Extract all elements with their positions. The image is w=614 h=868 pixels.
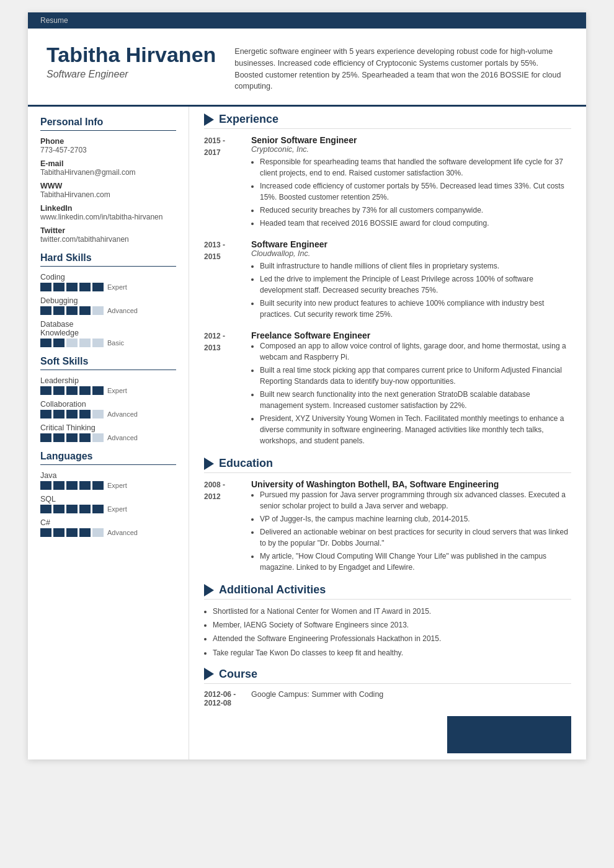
exp-bullets-2: Built infrastructure to handle millions … (251, 260, 571, 320)
bar (53, 528, 65, 537)
bar (40, 505, 51, 513)
bullet: Headed team that received 2016 BOSSIE aw… (260, 218, 571, 229)
exp-bullets-3: Composed an app to allow voice control o… (251, 340, 571, 446)
education-title: Education (219, 457, 273, 470)
activities-arrow-icon (204, 584, 214, 596)
course-date-1: 2012-06 -2012-08 (204, 690, 241, 707)
education-arrow-icon (204, 458, 214, 470)
twitter-label: Twitter (40, 226, 176, 235)
left-column: Personal Info Phone 773-457-2703 E-mail … (28, 107, 189, 760)
bar (53, 339, 65, 347)
skill-collaboration: Collaboration Advanced (40, 400, 176, 418)
edu-date-1: 2008 -2012 (204, 479, 241, 575)
experience-arrow-icon (204, 113, 214, 126)
skill-critical-thinking: Critical Thinking Advanced (40, 423, 176, 442)
candidate-summary: Energetic software engineer with 5 years… (234, 43, 567, 92)
bar (79, 410, 91, 418)
exp-entry-2: 2013 -2015 Software Engineer Cloudwallop… (204, 239, 571, 322)
linkedin-value: www.linkedin.com/in/tabitha-hirvanen (40, 213, 176, 221)
languages-list: Java Expert SQL (40, 471, 176, 537)
hard-skills-list: Coding Expert Debugging (40, 273, 176, 347)
bar (79, 283, 91, 291)
header-left: Tabitha Hirvanen Software Engineer (47, 43, 216, 92)
languages-title: Languages (40, 451, 176, 465)
bar (53, 306, 65, 315)
phone-value: 773-457-2703 (40, 146, 176, 154)
exp-date-3: 2012 -2013 (204, 330, 241, 448)
activities-bullets: Shortlisted for a National Center for Wo… (204, 606, 571, 659)
bar (92, 481, 104, 490)
email-label: E-mail (40, 159, 176, 168)
experience-section: Experience 2015 -2017 Senior Software En… (204, 113, 571, 448)
bar (66, 481, 78, 490)
skill-java: Java Expert (40, 471, 176, 490)
top-bar-label: Resume (40, 16, 68, 25)
candidate-title: Software Engineer (47, 69, 216, 80)
exp-date-2: 2013 -2015 (204, 239, 241, 322)
soft-skills-title: Soft Skills (40, 356, 176, 370)
experience-title: Experience (219, 113, 278, 126)
exp-date-1: 2015 -2017 (204, 135, 241, 231)
bar (53, 481, 65, 490)
skill-database: DatabaseKnowledge Basic (40, 320, 176, 347)
exp-entry-1: 2015 -2017 Senior Software Engineer Cryp… (204, 135, 571, 231)
bar (53, 386, 65, 395)
info-twitter: Twitter twitter.com/tabithahirvanen (40, 226, 176, 244)
exp-title-1: Senior Software Engineer (251, 135, 571, 145)
course-section: Course 2012-06 -2012-08 Google Campus: S… (204, 668, 571, 707)
bullet: Shortlisted for a National Center for Wo… (213, 606, 571, 618)
main-body: Personal Info Phone 773-457-2703 E-mail … (28, 107, 586, 760)
personal-info-title: Personal Info (40, 117, 176, 131)
bar (66, 433, 78, 442)
bar (92, 283, 104, 291)
soft-skills-list: Leadership Expert Collaborat (40, 376, 176, 442)
bar (40, 306, 51, 315)
bullet: Member, IAENG Society of Software Engine… (213, 619, 571, 631)
bar (66, 283, 78, 291)
bar (79, 306, 91, 315)
bar (79, 339, 91, 347)
info-phone: Phone 773-457-2703 (40, 137, 176, 154)
info-email: E-mail TabithaHirvanen@gmail.com (40, 159, 176, 177)
exp-bullets-1: Responsible for spearheading teams that … (251, 156, 571, 229)
activities-title: Additional Activities (219, 583, 326, 596)
exp-entry-3: 2012 -2013 Freelance Software Engineer C… (204, 330, 571, 448)
personal-info-list: Phone 773-457-2703 E-mail TabithaHirvane… (40, 137, 176, 244)
bottom-decoration (447, 716, 571, 753)
bullet: Attended the Software Engineering Profes… (213, 633, 571, 645)
skill-csharp: C# Advanced (40, 518, 176, 537)
bar (40, 283, 51, 291)
info-www: WWW TabithaHirvanen.com (40, 182, 176, 199)
bar (92, 505, 104, 513)
bullet: Built security into new product features… (260, 298, 571, 320)
bullet: President, XYZ University Young Women in… (260, 413, 571, 446)
skill-sql: SQL Expert (40, 495, 176, 513)
exp-content-3: Freelance Software Engineer Composed an … (251, 330, 571, 448)
bar (53, 505, 65, 513)
activities-header: Additional Activities (204, 583, 571, 600)
edu-content-1: University of Washington Bothell, BA, So… (251, 479, 571, 575)
twitter-value: twitter.com/tabithahirvanen (40, 235, 176, 244)
bar (66, 306, 78, 315)
bar (40, 433, 51, 442)
skill-debugging: Debugging Advanced (40, 296, 176, 315)
bar (92, 386, 104, 395)
right-column: Experience 2015 -2017 Senior Software En… (189, 107, 586, 760)
activities-section: Additional Activities Shortlisted for a … (204, 583, 571, 659)
course-arrow-icon (204, 668, 214, 680)
exp-title-2: Software Engineer (251, 239, 571, 249)
bullet: Pursued my passion for Java server progr… (260, 489, 571, 512)
bullet: Increased code efficiency of customer po… (260, 180, 571, 203)
bar (66, 386, 78, 395)
bar (92, 410, 104, 418)
bar (53, 433, 65, 442)
edu-bullets-1: Pursued my passion for Java server progr… (251, 489, 571, 573)
bar (79, 386, 91, 395)
bar (66, 410, 78, 418)
bar (79, 433, 91, 442)
bar (66, 505, 78, 513)
bullet: Led the drive to implement the Principle… (260, 273, 571, 296)
bullet: My article, "How Cloud Computing Will Ch… (260, 551, 571, 573)
bar (40, 410, 51, 418)
course-header: Course (204, 668, 571, 684)
